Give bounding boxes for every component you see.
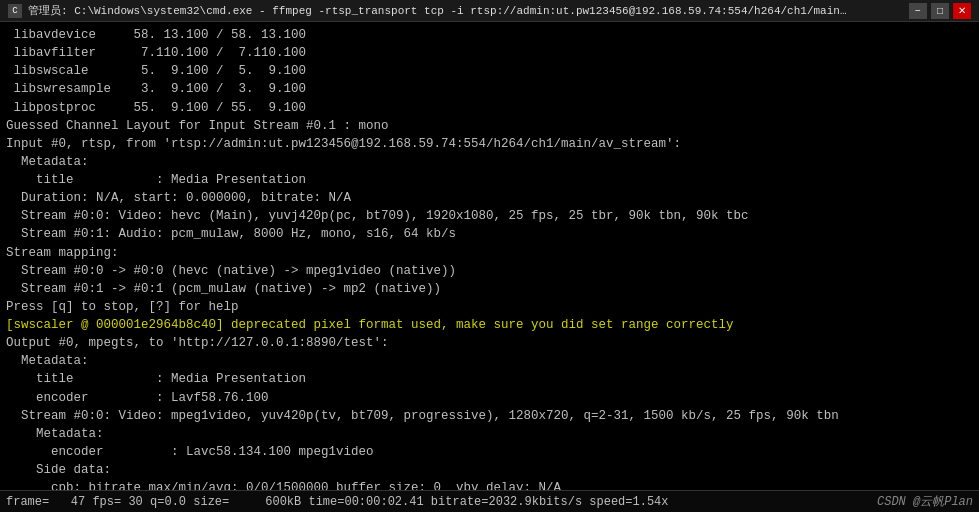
- terminal-line: Stream #0:1 -> #0:1 (pcm_mulaw (native) …: [6, 280, 973, 298]
- minimize-button[interactable]: −: [909, 3, 927, 19]
- close-button[interactable]: ✕: [953, 3, 971, 19]
- title-bar-left: C 管理员: C:\Windows\system32\cmd.exe - ffm…: [8, 3, 848, 18]
- terminal-line: encoder : Lavf58.76.100: [6, 389, 973, 407]
- terminal-line: Output #0, mpegts, to 'http://127.0.0.1:…: [6, 334, 973, 352]
- title-bar: C 管理员: C:\Windows\system32\cmd.exe - ffm…: [0, 0, 979, 22]
- terminal-line: Input #0, rtsp, from 'rtsp://admin:ut.pw…: [6, 135, 973, 153]
- title-text: 管理员: C:\Windows\system32\cmd.exe - ffmpe…: [28, 3, 848, 18]
- maximize-button[interactable]: □: [931, 3, 949, 19]
- status-text: frame= 47 fps= 30 q=0.0 size= 600kB time…: [6, 495, 669, 509]
- terminal-line: Metadata:: [6, 153, 973, 171]
- app-icon: C: [8, 4, 22, 18]
- terminal-line: Side data:: [6, 461, 973, 479]
- terminal-line: Stream #0:1: Audio: pcm_mulaw, 8000 Hz, …: [6, 225, 973, 243]
- status-bar: frame= 47 fps= 30 q=0.0 size= 600kB time…: [0, 490, 979, 512]
- terminal-line: [swscaler @ 000001e2964b8c40] deprecated…: [6, 316, 973, 334]
- title-bar-controls: − □ ✕: [909, 3, 971, 19]
- terminal-line: libpostproc 55. 9.100 / 55. 9.100: [6, 99, 973, 117]
- terminal-line: libavdevice 58. 13.100 / 58. 13.100: [6, 26, 973, 44]
- terminal-line: Stream #0:0: Video: mpeg1video, yuv420p(…: [6, 407, 973, 425]
- terminal-line: libswscale 5. 9.100 / 5. 9.100: [6, 62, 973, 80]
- terminal-line: title : Media Presentation: [6, 370, 973, 388]
- terminal-line: Guessed Channel Layout for Input Stream …: [6, 117, 973, 135]
- terminal-line: libswresample 3. 9.100 / 3. 9.100: [6, 80, 973, 98]
- terminal-line: encoder : Lavc58.134.100 mpeg1video: [6, 443, 973, 461]
- terminal-line: libavfilter 7.110.100 / 7.110.100: [6, 44, 973, 62]
- terminal-line: Stream mapping:: [6, 244, 973, 262]
- terminal-line: Stream #0:0: Video: hevc (Main), yuvj420…: [6, 207, 973, 225]
- terminal-line: Duration: N/A, start: 0.000000, bitrate:…: [6, 189, 973, 207]
- terminal-line: Metadata:: [6, 352, 973, 370]
- watermark-text: CSDN @云帆Plan: [877, 493, 973, 510]
- terminal-line: cpb: bitrate max/min/avg: 0/0/1500000 bu…: [6, 479, 973, 490]
- terminal-line: Metadata:: [6, 425, 973, 443]
- terminal-output: libavdevice 58. 13.100 / 58. 13.100 liba…: [0, 22, 979, 490]
- terminal-line: Stream #0:0 -> #0:0 (hevc (native) -> mp…: [6, 262, 973, 280]
- terminal-line: Press [q] to stop, [?] for help: [6, 298, 973, 316]
- terminal-line: title : Media Presentation: [6, 171, 973, 189]
